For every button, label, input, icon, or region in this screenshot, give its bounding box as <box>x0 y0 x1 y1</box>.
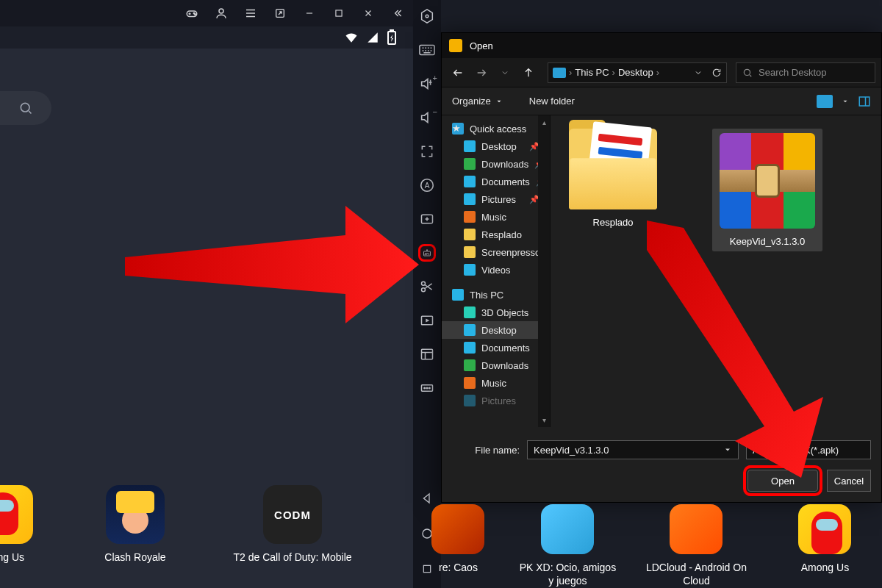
app-label: mong Us <box>0 551 24 578</box>
strip-app[interactable]: re: Caos <box>426 504 490 588</box>
breadcrumb-bar[interactable]: › This PC › Desktop › <box>548 62 727 83</box>
tree-this-pc[interactable]: This PC <box>442 286 550 304</box>
tree-item[interactable]: Music <box>442 374 550 392</box>
menu-icon[interactable] <box>244 7 257 20</box>
emulator-home-screen[interactable]: mong Us Clash Royale T2 de Call of Duty:… <box>0 49 413 588</box>
view-options-icon[interactable] <box>817 95 833 108</box>
strip-app[interactable]: LDCloud - Android On Cloud <box>645 504 747 588</box>
cancel-button[interactable]: Cancel <box>827 470 871 492</box>
wifi-icon <box>344 30 359 45</box>
file-item-archive-selected[interactable]: KeepVid_v3.1.3.0 <box>712 129 822 251</box>
breadcrumb-folder[interactable]: Desktop <box>618 67 653 78</box>
install-apk-icon[interactable]: APK <box>418 244 436 262</box>
chevron-down-icon <box>495 98 503 105</box>
maximize-icon[interactable] <box>332 7 345 20</box>
app-clash-royale[interactable]: Clash Royale <box>69 485 201 578</box>
search-icon <box>742 68 753 78</box>
rotate-text-icon[interactable]: A <box>418 176 436 194</box>
tree-item[interactable]: Music <box>442 208 550 226</box>
more-icon[interactable] <box>418 379 436 397</box>
tree-item[interactable]: Documents📌 <box>442 173 550 190</box>
nav-forward-icon[interactable] <box>471 62 492 83</box>
search-input[interactable]: Search Desktop <box>736 62 875 83</box>
refresh-icon[interactable] <box>711 68 722 78</box>
pictures-icon <box>464 395 476 406</box>
open-button[interactable]: Open <box>747 470 818 492</box>
tree-item-selected[interactable]: Desktop <box>442 321 550 339</box>
breadcrumb-dropdown-icon[interactable] <box>694 68 703 77</box>
desktop-icon <box>464 140 476 152</box>
tree-item[interactable]: Documents <box>442 339 550 356</box>
volume-up-icon[interactable]: + <box>418 75 436 93</box>
app-cod-mobile[interactable]: T2 de Call of Duty: Mobile <box>226 485 359 578</box>
android-status-bar <box>0 26 413 49</box>
breadcrumb-root[interactable]: This PC <box>575 67 609 78</box>
strip-app[interactable]: Among Us <box>774 504 876 588</box>
tree-item[interactable]: 3D Objects <box>442 304 550 321</box>
svg-point-21 <box>424 387 426 389</box>
chevron-down-icon[interactable] <box>723 445 732 454</box>
file-open-dialog: Open › This PC › Desktop › Search Deskto… <box>441 32 882 503</box>
tree-item[interactable]: Resplado <box>442 226 550 243</box>
store-app-strip: re: Caos PK XD: Ocio, amigos y juegos LD… <box>441 504 882 588</box>
chevron-down-icon[interactable] <box>842 98 849 105</box>
strip-app[interactable]: PK XD: Ocio, amigos y juegos <box>517 504 619 588</box>
svg-text:APK: APK <box>424 253 430 256</box>
objects-icon <box>464 306 476 318</box>
file-type-filter[interactable]: Archivos APK(*.apk) <box>746 440 871 459</box>
svg-text:A: A <box>425 182 430 190</box>
scroll-down-icon[interactable]: ▾ <box>542 416 546 424</box>
file-list[interactable]: Resplado KeepVid_v3.1.3.0 <box>551 115 881 427</box>
app-label: T2 de Call of Duty: Mobile <box>233 551 351 578</box>
organize-menu[interactable]: Organize <box>452 96 503 107</box>
tree-item[interactable]: Screenpresso <box>442 243 550 261</box>
music-icon <box>464 377 476 389</box>
tree-scrollbar[interactable]: ▴▾ <box>538 115 550 427</box>
keyboard-icon[interactable] <box>418 41 436 59</box>
dialog-titlebar: Open <box>442 33 881 58</box>
scroll-up-icon[interactable]: ▴ <box>542 118 546 126</box>
filename-input[interactable]: KeepVid_v3.1.3.0 <box>527 440 739 459</box>
folder-icon <box>464 229 476 240</box>
nav-up-icon[interactable] <box>518 62 539 83</box>
scissors-icon[interactable] <box>418 278 436 295</box>
dialog-toolbar: Organize New folder <box>442 87 881 115</box>
profile-icon[interactable] <box>215 7 228 20</box>
folder-tree[interactable]: ★Quick access Desktop📌 Downloads📌 Docume… <box>442 115 551 427</box>
nav-back-icon[interactable] <box>448 62 468 83</box>
music-icon <box>464 211 476 223</box>
tree-item[interactable]: Pictures <box>442 392 550 409</box>
new-folder-button[interactable]: New folder <box>529 96 575 107</box>
search-pill[interactable] <box>0 91 51 125</box>
fullscreen-icon[interactable] <box>418 143 436 160</box>
popout-icon[interactable] <box>273 7 287 20</box>
minimize-icon[interactable] <box>303 7 316 20</box>
desktop-icon <box>464 324 476 336</box>
svg-point-2 <box>195 14 196 15</box>
layout-icon[interactable] <box>418 345 436 363</box>
play-frame-icon[interactable] <box>418 312 436 329</box>
add-window-icon[interactable] <box>418 210 436 228</box>
close-icon[interactable] <box>362 7 375 20</box>
app-label: re: Caos <box>439 562 478 588</box>
gamepad-icon[interactable] <box>185 7 198 20</box>
svg-rect-19 <box>422 349 433 359</box>
nav-recent-icon[interactable] <box>495 62 515 83</box>
volume-down-icon[interactable]: − <box>418 109 436 126</box>
collapse-icon[interactable] <box>391 7 404 20</box>
svg-point-16 <box>422 282 426 285</box>
tree-item[interactable]: Downloads📌 <box>442 155 550 173</box>
app-among-us[interactable]: mong Us <box>0 485 44 578</box>
tree-quick-access[interactable]: ★Quick access <box>442 120 550 137</box>
chevron-right-icon: › <box>656 67 659 78</box>
tree-item[interactable]: Videos <box>442 261 550 279</box>
preview-pane-icon[interactable] <box>858 95 871 108</box>
folder-icon <box>569 129 657 209</box>
pictures-icon <box>464 193 476 205</box>
tree-item[interactable]: Downloads <box>442 356 550 374</box>
tree-item[interactable]: Pictures📌 <box>442 190 550 208</box>
svg-rect-7 <box>390 30 393 32</box>
file-item-folder[interactable]: Resplado <box>558 129 668 228</box>
tree-item[interactable]: Desktop📌 <box>442 137 550 155</box>
settings-hex-icon[interactable] <box>418 7 436 25</box>
